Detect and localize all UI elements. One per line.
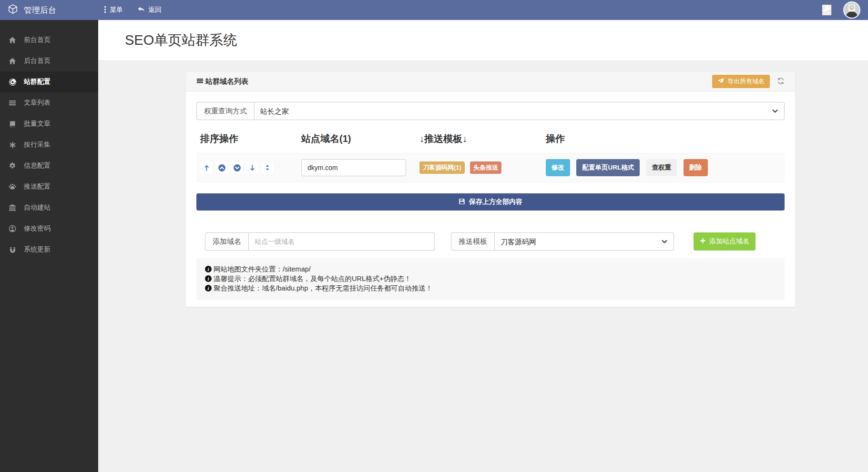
sidebar-item-label: 修改密码 — [24, 224, 51, 233]
sort-icon — [264, 164, 271, 171]
plus-icon — [700, 238, 706, 245]
ellipsis-v-icon — [104, 6, 106, 15]
domain-input[interactable] — [301, 159, 406, 176]
magnet-icon — [8, 246, 17, 253]
sidebar-item-label: 推送配置 — [24, 182, 51, 191]
sidebar-item-push-config[interactable]: 推送配置 — [0, 176, 98, 197]
weight-query-select[interactable]: 站长之家 — [255, 102, 785, 120]
home-icon — [8, 36, 17, 44]
note-sitemap: 网站地图文件夹位置：/sitemap/ — [205, 264, 776, 274]
sidebar-item-label: 信息配置 — [24, 161, 51, 170]
edit-button[interactable]: 修改 — [546, 159, 570, 176]
column-header-sort: 排序操作 — [200, 132, 301, 145]
add-domain-label: 添加域名 — [205, 232, 249, 251]
back-button[interactable]: 返回 — [137, 6, 162, 14]
user-circle-icon — [8, 225, 17, 232]
sidebar-item-label: 按行采集 — [24, 141, 51, 149]
arrow-up-icon — [203, 164, 210, 171]
weight-query-group: 权重查询方式 站长之家 — [196, 102, 785, 120]
arrow-down-icon — [249, 164, 256, 171]
table-row: 刀客源码网(1) 头条推送 修改 配置单页URL格式 查权重 删除 — [196, 153, 785, 182]
top-navbar: 管理后台 菜单 返回 — [0, 0, 868, 20]
gear-icon — [8, 162, 17, 170]
wrench-icon — [823, 5, 831, 15]
sidebar-item-info-config[interactable]: 信息配置 — [0, 155, 98, 176]
export-all-domains-button[interactable]: 导出所有域名 — [712, 75, 770, 88]
weight-query-label: 权重查询方式 — [196, 102, 255, 120]
move-top-button[interactable] — [200, 161, 213, 174]
sidebar-item-backend-home[interactable]: 后台首页 — [0, 50, 98, 71]
sidebar-item-label: 站群配置 — [24, 78, 51, 86]
note-tip: 温馨提示：必须配置站群域名，及每个站点的URL格式+伪静态！ — [205, 274, 776, 283]
push-template-badge[interactable]: 刀客源码网(1) — [419, 161, 465, 174]
wrench-button[interactable] — [822, 4, 832, 16]
sidebar-item-label: 系统更新 — [24, 245, 51, 254]
brand[interactable]: 管理后台 — [0, 4, 98, 17]
move-bottom-button[interactable] — [246, 161, 258, 174]
paper-plane-icon — [717, 78, 724, 86]
reply-arrow-icon — [137, 6, 145, 14]
cube-logo-icon — [8, 4, 18, 17]
sort-controls — [200, 161, 301, 174]
brand-label: 管理后台 — [24, 5, 56, 16]
floppy-icon — [459, 198, 465, 206]
circle-chevron-up-icon — [218, 164, 226, 172]
menu-toggle-button[interactable]: 菜单 — [104, 6, 123, 15]
info-icon — [205, 285, 212, 291]
circle-chevron-down-icon — [233, 164, 241, 172]
home-icon — [8, 57, 17, 65]
note-push-address: 聚合推送地址：域名/baidu.php，本程序无需挂访问任务都可自动推送！ — [205, 283, 776, 293]
row-actions: 修改 配置单页URL格式 查权重 删除 — [546, 159, 785, 176]
title-bar: SEO单页站群系统 — [98, 20, 868, 61]
sort-toggle-button[interactable] — [261, 161, 274, 174]
page-title: SEO单页站群系统 — [125, 31, 237, 50]
sidebar: 前台首页 后台首页 站群配置 文章列表 批量文章 按行采集 信息配置 推送配置 … — [0, 20, 98, 472]
template-badges: 刀客源码网(1) 头条推送 — [419, 161, 546, 174]
panel-header: 站群域名列表 导出所有域名 — [186, 72, 795, 91]
back-label: 返回 — [148, 6, 162, 14]
avatar-image — [844, 2, 859, 18]
column-header-domain: 站点域名(1) — [301, 132, 419, 145]
sidebar-item-row-collect[interactable]: 按行采集 — [0, 134, 98, 155]
sidebar-item-label: 批量文章 — [24, 120, 51, 128]
check-weight-button[interactable]: 查权重 — [646, 159, 677, 176]
move-up-button[interactable] — [215, 161, 228, 174]
save-all-button[interactable]: 保存上方全部内容 — [196, 193, 785, 211]
url-format-button[interactable]: 配置单页URL格式 — [576, 159, 640, 176]
sidebar-item-article-list[interactable]: 文章列表 — [0, 92, 98, 113]
info-icon — [205, 266, 212, 272]
sidebar-item-label: 前台首页 — [24, 36, 51, 44]
refresh-button[interactable] — [777, 77, 785, 86]
sidebar-item-change-password[interactable]: 修改密码 — [0, 218, 98, 239]
bank-icon — [8, 204, 17, 211]
move-down-button[interactable] — [231, 161, 243, 174]
add-site-domain-button[interactable]: 添加站点域名 — [694, 232, 756, 251]
add-domain-group: 添加域名 — [205, 232, 435, 251]
sidebar-item-batch-articles[interactable]: 批量文章 — [0, 113, 98, 134]
book-icon — [8, 121, 17, 128]
notes-box: 网站地图文件夹位置：/sitemap/ 温馨提示：必须配置站群域名，及每个站点的… — [196, 258, 785, 300]
sidebar-item-frontend-home[interactable]: 前台首页 — [0, 30, 98, 50]
sidebar-item-auto-site[interactable]: 自动建站 — [0, 197, 98, 218]
main-content: SEO单页站群系统 站群域名列表 导出所有域名 权重查询方式 站长之家 — [98, 20, 868, 472]
panel-body: 权重查询方式 站长之家 排序操作 站点域名(1) ↓推送模板↓ 操作 — [186, 91, 795, 307]
push-template-select[interactable]: 刀客源码网 — [495, 232, 674, 251]
sidebar-item-label: 自动建站 — [24, 203, 51, 212]
sidebar-item-label: 后台首页 — [24, 57, 51, 65]
push-template-label: 推送模板 — [451, 232, 495, 251]
user-avatar[interactable] — [843, 1, 860, 19]
delete-button[interactable]: 删除 — [684, 159, 708, 176]
sidebar-item-label: 文章列表 — [24, 99, 51, 107]
toutiao-push-badge[interactable]: 头条推送 — [470, 161, 501, 174]
sidebar-item-site-cluster-config[interactable]: 站群配置 — [0, 71, 98, 92]
push-template-group: 推送模板 刀客源码网 — [451, 232, 674, 251]
globe-icon — [8, 78, 17, 86]
add-domain-input[interactable] — [249, 232, 435, 251]
table-header-row: 排序操作 站点域名(1) ↓推送模板↓ 操作 — [196, 132, 785, 153]
sidebar-item-system-update[interactable]: 系统更新 — [0, 239, 98, 260]
refresh-icon — [777, 77, 785, 86]
bars-icon — [196, 77, 204, 86]
menu-label: 菜单 — [110, 6, 123, 14]
list-icon — [8, 99, 17, 107]
paw-icon — [8, 183, 17, 191]
